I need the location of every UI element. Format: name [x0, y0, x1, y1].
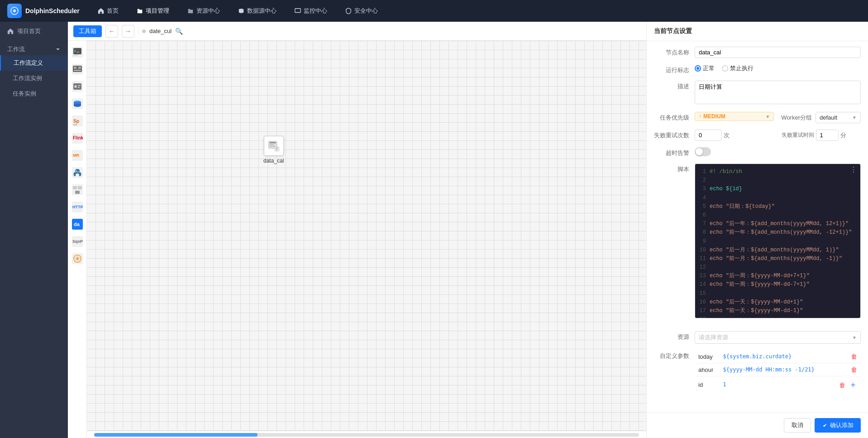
tool-conditions[interactable] — [70, 251, 85, 266]
undo-button[interactable]: ← — [105, 25, 118, 38]
retry-row: 失败重试次数 次 失败重试时间 分 — [654, 130, 861, 141]
tool-subprocess[interactable] — [70, 62, 85, 77]
timeout-label: 超时告警 — [654, 147, 695, 157]
tool-sidebar: Sp ark Flink — [68, 41, 87, 438]
script-line: 10echo "后一月：${add_months(yyyyMMdd, 1)}" — [699, 246, 857, 255]
nav-monitor[interactable]: 监控中心 — [291, 5, 331, 17]
search-icon[interactable]: 🔍 — [175, 28, 183, 35]
script-line: 3echo ${id} — [699, 185, 857, 193]
script-line: 17echo "前一天：${yyyy-MM-dd-1}" — [699, 307, 857, 315]
tool-dependent[interactable] — [70, 182, 85, 197]
svg-text:Flink: Flink — [73, 135, 83, 140]
tool-shell[interactable] — [70, 44, 85, 60]
nav-project[interactable]: 项目管理 — [133, 5, 173, 17]
redo-button[interactable]: → — [122, 25, 134, 38]
svg-rect-5 — [73, 48, 81, 54]
nav-home[interactable]: 首页 — [94, 5, 122, 17]
param-add-button[interactable]: ＋ — [849, 380, 857, 389]
script-line: 5echo "日期：${today}" — [699, 202, 857, 211]
canvas-scrollbar[interactable] — [94, 433, 639, 437]
workflow-canvas[interactable]: data_cal — [87, 41, 646, 431]
canvas-scrollbar-container — [87, 431, 646, 438]
svg-rect-7 — [73, 55, 78, 56]
logo-icon — [7, 4, 22, 18]
nav-security[interactable]: 安全中心 — [342, 5, 382, 17]
tool-python[interactable] — [70, 165, 85, 180]
timeout-row: 超时告警 — [654, 147, 861, 157]
param-name-cell: ahour — [695, 363, 720, 376]
sidebar-workflow-definition[interactable]: 工作流定义 — [0, 55, 68, 71]
timeout-toggle[interactable] — [695, 147, 711, 156]
script-line: 2 — [699, 176, 857, 185]
node-label: data_cal — [263, 158, 284, 164]
canvas-toolbar: 工具箱 ← → date_cul 🔍 — [68, 22, 646, 41]
tool-sqoop[interactable]: SqoP — [70, 234, 85, 249]
cancel-button[interactable]: 取消 — [784, 418, 811, 433]
svg-point-43 — [76, 258, 78, 260]
script-line: 11echo "前一月：${add_months(yyyyMMdd, -1)}" — [699, 255, 857, 263]
retry-interval-unit: 分 — [840, 131, 846, 140]
run-flag-disabled[interactable]: 禁止执行 — [722, 64, 754, 72]
retry-interval-label: 失败重试时间 — [782, 131, 814, 139]
svg-rect-31 — [73, 186, 77, 189]
sidebar-project-home[interactable]: 项目首页 — [0, 22, 68, 41]
param-delete-button[interactable]: 🗑 — [839, 381, 845, 389]
svg-point-15 — [74, 85, 77, 88]
svg-rect-32 — [78, 186, 82, 189]
toolbar-divider — [138, 27, 138, 36]
desc-textarea[interactable] — [695, 81, 861, 104]
script-line: 9 — [699, 237, 857, 246]
workflow-filename: date_cul — [149, 28, 172, 34]
tool-http[interactable]: HTTP — [70, 199, 85, 215]
right-panel: 当前节点设置 节点名称 运行标志 正常 — [646, 22, 868, 438]
script-line: 7echo "后一年：${add_months(yyyyMMdd, 12+1)}… — [699, 220, 857, 228]
script-line: 1#! /bin/sh — [699, 168, 857, 176]
script-line: 14echo "前一周：${yyyy-MM-dd-7+1}" — [699, 280, 857, 289]
svg-text:SqoP: SqoP — [72, 239, 83, 244]
nav-resource[interactable]: 资源中心 — [184, 5, 224, 17]
toolbox-button[interactable]: 工具箱 — [73, 25, 102, 37]
worker-group-select[interactable]: default ▼ — [816, 112, 861, 123]
canvas-scrollbar-thumb — [94, 433, 258, 437]
priority-row: 任务优先级 ↑ MEDIUM ▼ — [654, 112, 861, 123]
tool-spark[interactable]: Sp ark — [70, 113, 85, 129]
sidebar-workflow-instance[interactable]: 工作流实例 — [0, 71, 68, 86]
top-navigation: DolphinScheduler 首页 项目管理 资源中心 数据源中心 监控中心… — [0, 0, 868, 22]
retry-times-input[interactable] — [695, 130, 722, 141]
run-flag-normal[interactable]: 正常 — [695, 64, 715, 72]
svg-rect-47 — [269, 146, 275, 147]
sidebar-workflow-section[interactable]: 工作流 — [0, 41, 68, 55]
tool-datax[interactable]: da — [70, 217, 85, 232]
param-delete-button[interactable]: 🗑 — [851, 366, 857, 373]
script-line: 18 — [699, 315, 857, 318]
svg-rect-11 — [78, 67, 81, 69]
priority-select[interactable]: ↑ MEDIUM ▼ — [695, 112, 774, 121]
tool-flink[interactable]: Flink — [70, 130, 85, 146]
param-row: id1🗑＋ — [695, 376, 861, 393]
nav-datasource[interactable]: 数据源中心 — [234, 5, 280, 17]
svg-rect-16 — [78, 85, 81, 86]
param-delete-button[interactable]: 🗑 — [851, 353, 857, 360]
desc-row: 描述 — [654, 81, 861, 106]
tool-sql[interactable] — [70, 96, 85, 111]
tool-mr[interactable]: MR — [70, 148, 85, 163]
node-name-input[interactable] — [695, 47, 861, 58]
retry-interval-input[interactable] — [816, 130, 839, 141]
script-line: 8echo "前一年：${add_months(yyyyMMdd, -12+1)… — [699, 228, 857, 237]
canvas-node-data-cal[interactable]: data_cal — [263, 136, 284, 164]
right-panel-title: 当前节点设置 — [647, 22, 868, 41]
script-label: 脚本 — [654, 164, 695, 173]
script-expand-icon[interactable]: ⋮ — [850, 165, 857, 174]
radio-normal-dot — [695, 65, 701, 72]
tool-procedure[interactable] — [70, 79, 85, 94]
svg-rect-45 — [269, 142, 276, 143]
sidebar-task-instance[interactable]: 任务实例 — [0, 86, 68, 101]
script-line: 12 — [699, 263, 857, 272]
retry-times-label: 失败重试次数 — [654, 130, 695, 140]
svg-rect-10 — [74, 67, 76, 69]
confirm-button[interactable]: 确认添加 — [815, 418, 861, 433]
resource-select[interactable]: 请选择资源 ▼ — [695, 331, 861, 344]
svg-text:HTTP: HTTP — [72, 205, 83, 209]
script-line: 16echo "后一天：${yyyy-MM-dd+1}" — [699, 298, 857, 307]
script-editor[interactable]: 1#! /bin/sh23echo ${id}45echo "日期：${toda… — [695, 164, 860, 318]
